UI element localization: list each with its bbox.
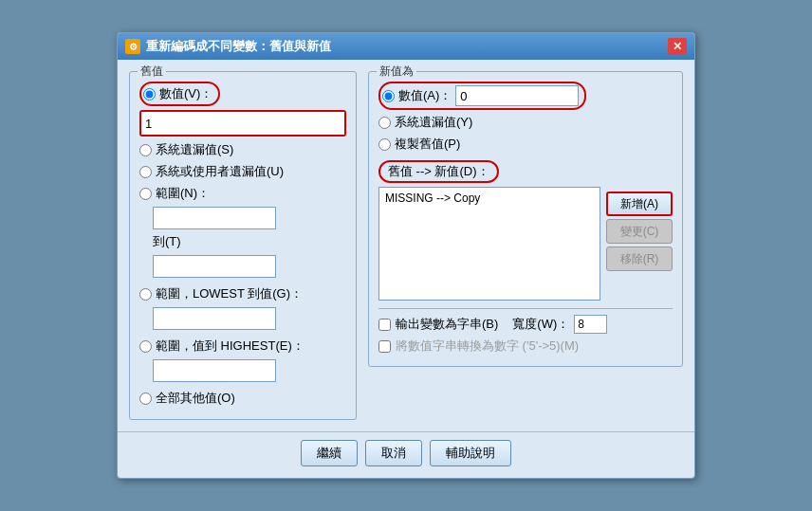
dialog-footer: 繼續 取消 輔助說明 — [118, 431, 694, 478]
output-string-checkbox[interactable] — [378, 319, 391, 331]
continue-button[interactable]: 繼續 — [301, 440, 358, 466]
radio-system-missing-row: 系統遺漏值(S) — [139, 141, 346, 158]
list-section: MISSING --> Copy — [378, 187, 600, 301]
new-radio-copy-old[interactable] — [378, 138, 391, 151]
bottom-options: 輸出變數為字串(B) 寬度(W)： 將數值字串轉換為數字 ('5'->5)(M) — [378, 308, 673, 355]
old-value-input-highlight — [139, 110, 346, 137]
cancel-button[interactable]: 取消 — [365, 440, 422, 466]
old-value-input[interactable] — [141, 112, 344, 135]
new-radio-system-missing-row: 系統遺漏值(Y) — [378, 114, 673, 131]
convert-checkbox[interactable] — [378, 340, 391, 353]
radio-range-lowest-label: 範圍，LOWEST 到值(G)： — [156, 285, 303, 302]
range-from-input[interactable] — [153, 207, 276, 229]
range-to-input[interactable] — [153, 255, 276, 278]
new-radio-copy-old-label: 複製舊值(P) — [395, 136, 460, 153]
list-item[interactable]: MISSING --> Copy — [381, 190, 598, 207]
action-buttons: 新增(A) 變更(C) 移除(R) — [606, 192, 673, 301]
new-radio-system-missing[interactable] — [378, 117, 391, 129]
new-radio-value-highlight: 數值(A)： — [378, 82, 586, 110]
convert-row: 將數值字串轉換為數字 ('5'->5)(M) — [378, 338, 673, 355]
old-value-group: 舊值 數值(V)： 系統遺漏值(S) 系統或使用者遺漏值(U) — [129, 71, 357, 420]
title-bar: ⚙ 重新編碼成不同變數：舊值與新值 ✕ — [118, 33, 694, 60]
radio-range-highest[interactable] — [139, 340, 152, 353]
right-side-layout: MISSING --> Copy 新增(A) 變更(C) 移除(R) — [378, 187, 673, 301]
width-input[interactable] — [574, 315, 607, 334]
add-button[interactable]: 新增(A) — [606, 192, 673, 216]
dialog-body: 舊值 數值(V)： 系統遺漏值(S) 系統或使用者遺漏值(U) — [118, 60, 694, 431]
new-radio-copy-old-row: 複製舊值(P) — [378, 136, 673, 153]
change-button[interactable]: 變更(C) — [606, 219, 673, 244]
main-dialog: ⚙ 重新編碼成不同變數：舊值與新值 ✕ 舊值 數值(V)： 系統 — [117, 32, 695, 479]
new-radio-numeric-label: 數值(A)： — [398, 87, 452, 104]
width-label: 寬度(W)： — [512, 316, 569, 333]
output-string-label: 輸出變數為字串(B) — [396, 316, 498, 333]
old-new-label-highlight: 舊值 --> 新值(D)： — [378, 160, 499, 183]
radio-range-lowest[interactable] — [139, 288, 152, 301]
radio-all-others-row: 全部其他值(O) — [139, 390, 346, 407]
new-radio-numeric[interactable] — [382, 90, 395, 102]
output-string-row: 輸出變數為字串(B) 寬度(W)： — [378, 315, 673, 334]
radio-system-missing[interactable] — [139, 144, 152, 156]
dialog-title: 重新編碼成不同變數：舊值與新值 — [146, 38, 331, 55]
new-value-group: 新值為 數值(A)： 系統遺漏值(Y) 複製舊值(P) — [368, 71, 683, 367]
radio-system-or-user-row: 系統或使用者遺漏值(U) — [139, 163, 346, 180]
radio-range-label: 範圍(N)： — [156, 185, 210, 202]
radio-system-or-user[interactable] — [139, 166, 152, 178]
dialog-icon: ⚙ — [125, 39, 140, 54]
old-new-group: 舊值 --> 新值(D)： MISSING --> Copy 新增(A) 變更(… — [378, 160, 673, 301]
radio-range-row: 範圍(N)： — [139, 185, 346, 202]
radio-value-highlight: 數值(V)： — [139, 82, 220, 106]
new-value-input[interactable] — [455, 85, 579, 106]
left-panel: 舊值 數值(V)： 系統遺漏值(S) 系統或使用者遺漏值(U) — [129, 71, 357, 420]
old-new-list[interactable]: MISSING --> Copy — [378, 187, 600, 301]
new-value-legend: 新值為 — [377, 64, 416, 80]
range-highest-input[interactable] — [153, 359, 276, 382]
convert-label: 將數值字串轉換為數字 ('5'->5)(M) — [396, 338, 579, 355]
old-value-legend: 舊值 — [138, 64, 166, 80]
remove-button[interactable]: 移除(R) — [606, 246, 673, 271]
close-button[interactable]: ✕ — [668, 38, 687, 55]
range-lowest-input[interactable] — [153, 307, 276, 330]
help-button[interactable]: 輔助說明 — [430, 440, 511, 466]
new-radio-system-missing-label: 系統遺漏值(Y) — [395, 114, 472, 131]
radio-range[interactable] — [139, 188, 152, 200]
range-to-label: 到(T) — [153, 233, 181, 250]
radio-system-or-user-label: 系統或使用者遺漏值(U) — [156, 163, 284, 180]
radio-all-others[interactable] — [139, 392, 152, 405]
radio-all-others-label: 全部其他值(O) — [156, 390, 235, 407]
right-panel: 新值為 數值(A)： 系統遺漏值(Y) 複製舊值(P) — [368, 71, 683, 420]
radio-system-missing-label: 系統遺漏值(S) — [156, 141, 233, 158]
range-to-row: 到(T) — [153, 233, 346, 250]
radio-numeric-value[interactable] — [143, 88, 156, 100]
old-new-label: 舊值 --> 新值(D)： — [388, 164, 489, 178]
radio-range-highest-label: 範圍，值到 HIGHEST(E)： — [156, 338, 304, 355]
radio-numeric-label: 數值(V)： — [159, 85, 212, 102]
radio-range-highest-row: 範圍，值到 HIGHEST(E)： — [139, 338, 346, 355]
radio-range-lowest-row: 範圍，LOWEST 到值(G)： — [139, 285, 346, 302]
